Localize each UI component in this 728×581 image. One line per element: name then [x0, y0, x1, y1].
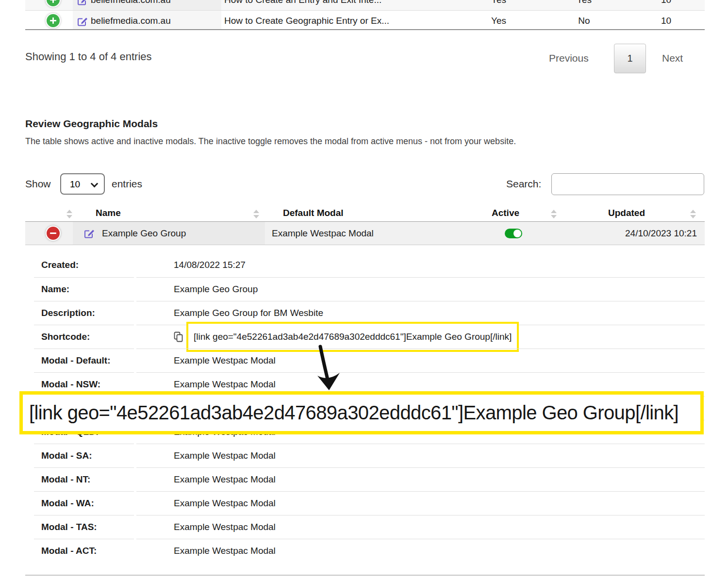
detail-row-modal-default: Modal - Default: Example Westpac Modal	[0, 349, 728, 372]
entry-flag-2: Yes	[559, 0, 610, 10]
page-description: The table shows active and inactive moda…	[25, 136, 516, 147]
geo-group-name[interactable]: Example Geo Group	[102, 222, 186, 245]
detail-row-modal-nt: Modal - NT: Example Westpac Modal	[0, 467, 728, 491]
table-row: beliefmedia.com.au How to Create an Entr…	[25, 0, 705, 10]
detail-label: Description:	[34, 301, 134, 325]
table-bottom-border	[25, 29, 705, 30]
search-input[interactable]	[551, 173, 704, 195]
detail-value: Example Westpac Modal	[136, 467, 705, 491]
detail-label: Modal - Default:	[34, 349, 134, 372]
sort-icon[interactable]	[253, 209, 259, 219]
page-length-select[interactable]: 10	[61, 174, 104, 194]
entry-count: 10	[641, 0, 692, 10]
active-toggle[interactable]	[505, 229, 522, 238]
detail-label: Shortcode:	[34, 325, 134, 349]
site-link[interactable]: beliefmedia.com.au	[91, 11, 171, 30]
detail-label: Modal - ACT:	[34, 539, 134, 563]
annotation-arrow-icon	[301, 343, 354, 393]
edit-icon[interactable]	[77, 0, 88, 6]
detail-value: 14/08/2022 15:27	[136, 253, 705, 277]
page-title: Review Geographic Modals	[25, 118, 158, 130]
search-label: Search:	[506, 178, 541, 190]
pagination-previous[interactable]: Previous	[549, 52, 589, 64]
detail-value: Example Westpac Modal	[136, 539, 705, 563]
edit-icon[interactable]	[83, 227, 95, 239]
entry-count: 10	[641, 11, 692, 30]
detail-row-modal-wa: Modal - WA: Example Westpac Modal	[0, 491, 728, 515]
page-length-select-wrap: 10	[60, 173, 105, 195]
detail-value: Example Westpac Modal	[136, 444, 705, 467]
updated-value: 24/10/2023 10:21	[593, 222, 728, 245]
detail-value: Example Westpac Modal	[136, 515, 705, 539]
column-header-name[interactable]: Name	[96, 208, 121, 218]
detail-value: Example Westpac Modal	[136, 491, 705, 515]
entries-label: entries	[112, 178, 142, 190]
entry-title: How to Create Geographic Entry or Ex...	[224, 11, 389, 30]
expand-row-icon[interactable]	[47, 14, 60, 27]
expand-row-icon[interactable]	[47, 0, 60, 6]
detail-row-modal-act: Modal - ACT: Example Westpac Modal	[0, 539, 728, 563]
entry-title: How to Create an Entry and Exit Inte...	[224, 0, 381, 10]
detail-value: [link geo="4e52261ad3ab4e2d47689a302eddd…	[136, 325, 705, 349]
detail-row-created: Created: 14/08/2022 15:27	[0, 253, 728, 277]
pagination-next[interactable]: Next	[662, 52, 683, 64]
column-header-active[interactable]: Active	[492, 208, 519, 218]
entry-flag-2: No	[559, 11, 610, 30]
entry-flag-1: Yes	[473, 11, 524, 30]
toggle-knob	[513, 230, 521, 237]
pagination-page-1[interactable]: 1	[614, 44, 646, 73]
show-label: Show	[25, 178, 51, 190]
detail-label: Created:	[34, 253, 134, 277]
detail-value: Example Westpac Modal	[136, 349, 705, 372]
detail-label: Name:	[34, 277, 134, 301]
detail-label: Modal - NT:	[34, 467, 134, 491]
detail-row-name: Name: Example Geo Group	[0, 277, 728, 301]
detail-label: Modal - WA:	[34, 491, 134, 515]
site-link[interactable]: beliefmedia.com.au	[91, 0, 171, 10]
row-border	[25, 245, 705, 245]
sort-icon[interactable]	[690, 209, 696, 219]
detail-row-modal-tas: Modal - TAS: Example Westpac Modal	[0, 515, 728, 539]
edit-icon[interactable]	[77, 15, 88, 27]
default-modal-value: Example Westpac Modal	[272, 222, 374, 245]
copy-icon[interactable]	[174, 332, 183, 342]
detail-value: Example Geo Group	[136, 277, 705, 301]
entry-flag-1: Yes	[473, 0, 524, 10]
detail-row-description: Description: Example Geo Group for BM We…	[0, 301, 728, 325]
shortcode-zoom-callout: [link geo="4e52261ad3ab4e2d47689a302eddd…	[19, 391, 704, 434]
column-header-updated[interactable]: Updated	[608, 208, 645, 218]
section-bottom-border	[25, 575, 705, 576]
sort-icon[interactable]	[66, 209, 72, 219]
table-row: beliefmedia.com.au How to Create Geograp…	[25, 10, 705, 30]
sort-icon[interactable]	[551, 209, 557, 219]
collapse-row-icon[interactable]	[47, 227, 60, 240]
entries-table-partial: beliefmedia.com.au How to Create an Entr…	[25, 0, 705, 30]
column-header-default-modal[interactable]: Default Modal	[283, 208, 344, 218]
entries-summary: Showing 1 to 4 of 4 entries	[25, 50, 152, 63]
detail-label: Modal - SA:	[34, 444, 134, 467]
geo-group-row: Example Geo Group Example Westpac Modal …	[25, 222, 705, 245]
detail-row-shortcode: Shortcode: [link geo="4e52261ad3ab4e2d47…	[0, 325, 728, 349]
detail-value: Example Geo Group for BM Wesbite	[136, 301, 705, 325]
detail-label: Modal - TAS:	[34, 515, 134, 539]
detail-row-modal-sa: Modal - SA: Example Westpac Modal	[0, 444, 728, 467]
